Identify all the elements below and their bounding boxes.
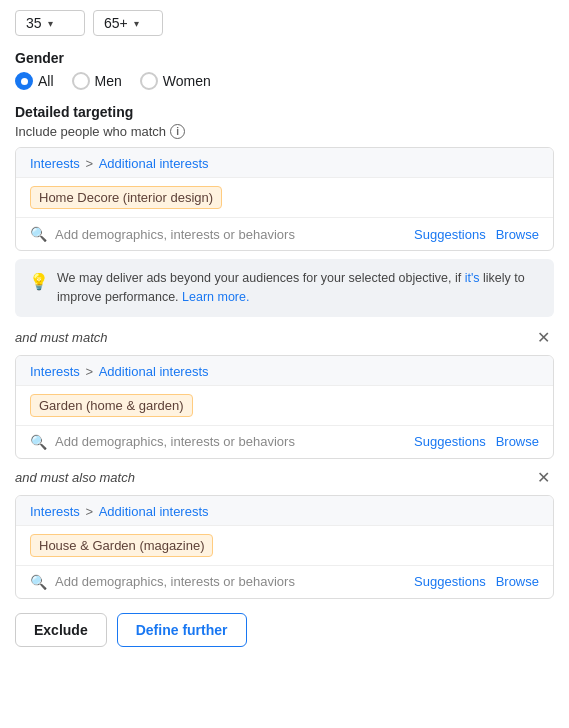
and-must-also-match-label: and must also match bbox=[15, 470, 135, 485]
define-further-button[interactable]: Define further bbox=[117, 613, 247, 647]
gender-label-all: All bbox=[38, 73, 54, 89]
separator-3: > bbox=[82, 504, 97, 519]
detailed-targeting-section: Detailed targeting Include people who ma… bbox=[15, 104, 554, 599]
tag-2[interactable]: Garden (home & garden) bbox=[30, 394, 193, 417]
search-icon-1: 🔍 bbox=[30, 226, 47, 242]
search-links-2: Suggestions Browse bbox=[414, 434, 539, 449]
search-icon-2: 🔍 bbox=[30, 434, 47, 450]
gender-label: Gender bbox=[15, 50, 554, 66]
suggestions-link-3[interactable]: Suggestions bbox=[414, 574, 486, 589]
gender-radio-group: All Men Women bbox=[15, 72, 554, 90]
separator-2: > bbox=[82, 364, 97, 379]
age-max-value: 65+ bbox=[104, 15, 128, 31]
breadcrumb-2: Interests > Additional interests bbox=[16, 356, 553, 386]
search-links-1: Suggestions Browse bbox=[414, 227, 539, 242]
search-row-1: 🔍 Add demographics, interests or behavio… bbox=[16, 217, 553, 250]
gender-label-men: Men bbox=[95, 73, 122, 89]
breadcrumb-1: Interests > Additional interests bbox=[16, 148, 553, 178]
gender-option-men[interactable]: Men bbox=[72, 72, 122, 90]
age-min-dropdown[interactable]: 35 ▾ bbox=[15, 10, 85, 36]
browse-link-1[interactable]: Browse bbox=[496, 227, 539, 242]
gender-radio-women[interactable] bbox=[140, 72, 158, 90]
suggestions-link-1[interactable]: Suggestions bbox=[414, 227, 486, 242]
bottom-buttons: Exclude Define further bbox=[15, 613, 554, 647]
detailed-targeting-title: Detailed targeting bbox=[15, 104, 554, 120]
search-input-3[interactable]: Add demographics, interests or behaviors bbox=[55, 574, 406, 589]
search-links-3: Suggestions Browse bbox=[414, 574, 539, 589]
info-icon[interactable]: i bbox=[170, 124, 185, 139]
learn-more-link[interactable]: Learn more. bbox=[182, 290, 249, 304]
age-min-chevron: ▾ bbox=[48, 18, 53, 29]
gender-radio-men[interactable] bbox=[72, 72, 90, 90]
age-range-row: 35 ▾ 65+ ▾ bbox=[15, 10, 554, 36]
targeting-block-1: Interests > Additional interests Home De… bbox=[15, 147, 554, 251]
additional-interests-link-1[interactable]: Additional interests bbox=[99, 156, 209, 171]
additional-interests-link-3[interactable]: Additional interests bbox=[99, 504, 209, 519]
close-block-2-button[interactable]: ✕ bbox=[532, 327, 554, 349]
tag-row-2: Garden (home & garden) bbox=[16, 386, 553, 425]
and-must-match-header: and must match ✕ bbox=[15, 327, 554, 349]
breadcrumb-3: Interests > Additional interests bbox=[16, 496, 553, 526]
info-link-1[interactable]: it's bbox=[465, 271, 480, 285]
search-input-1[interactable]: Add demographics, interests or behaviors bbox=[55, 227, 406, 242]
exclude-button[interactable]: Exclude bbox=[15, 613, 107, 647]
tag-3[interactable]: House & Garden (magazine) bbox=[30, 534, 213, 557]
suggestions-link-2[interactable]: Suggestions bbox=[414, 434, 486, 449]
search-row-2: 🔍 Add demographics, interests or behavio… bbox=[16, 425, 553, 458]
and-must-match-label: and must match bbox=[15, 330, 108, 345]
gender-option-women[interactable]: Women bbox=[140, 72, 211, 90]
and-must-also-match-section: and must also match ✕ Interests > Additi… bbox=[15, 467, 554, 599]
age-min-value: 35 bbox=[26, 15, 42, 31]
search-input-2[interactable]: Add demographics, interests or behaviors bbox=[55, 434, 406, 449]
targeting-block-3: Interests > Additional interests House &… bbox=[15, 495, 554, 599]
and-must-match-section: and must match ✕ Interests > Additional … bbox=[15, 327, 554, 459]
interests-link-3[interactable]: Interests bbox=[30, 504, 80, 519]
separator-1: > bbox=[82, 156, 97, 171]
age-max-dropdown[interactable]: 65+ ▾ bbox=[93, 10, 163, 36]
gender-label-women: Women bbox=[163, 73, 211, 89]
browse-link-3[interactable]: Browse bbox=[496, 574, 539, 589]
tag-row-3: House & Garden (magazine) bbox=[16, 526, 553, 565]
tag-1[interactable]: Home Decore (interior design) bbox=[30, 186, 222, 209]
and-must-also-match-header: and must also match ✕ bbox=[15, 467, 554, 489]
gender-option-all[interactable]: All bbox=[15, 72, 54, 90]
tag-row-1: Home Decore (interior design) bbox=[16, 178, 553, 217]
search-row-3: 🔍 Add demographics, interests or behavio… bbox=[16, 565, 553, 598]
close-block-3-button[interactable]: ✕ bbox=[532, 467, 554, 489]
age-max-chevron: ▾ bbox=[134, 18, 139, 29]
bulb-icon: 💡 bbox=[29, 270, 49, 294]
gender-radio-all[interactable] bbox=[15, 72, 33, 90]
include-label: Include people who match i bbox=[15, 124, 554, 139]
targeting-block-2: Interests > Additional interests Garden … bbox=[15, 355, 554, 459]
info-bar: 💡 We may deliver ads beyond your audienc… bbox=[15, 259, 554, 317]
info-bar-text: We may deliver ads beyond your audiences… bbox=[57, 269, 540, 307]
browse-link-2[interactable]: Browse bbox=[496, 434, 539, 449]
search-icon-3: 🔍 bbox=[30, 574, 47, 590]
interests-link-1[interactable]: Interests bbox=[30, 156, 80, 171]
additional-interests-link-2[interactable]: Additional interests bbox=[99, 364, 209, 379]
gender-section: Gender All Men Women bbox=[15, 50, 554, 90]
interests-link-2[interactable]: Interests bbox=[30, 364, 80, 379]
